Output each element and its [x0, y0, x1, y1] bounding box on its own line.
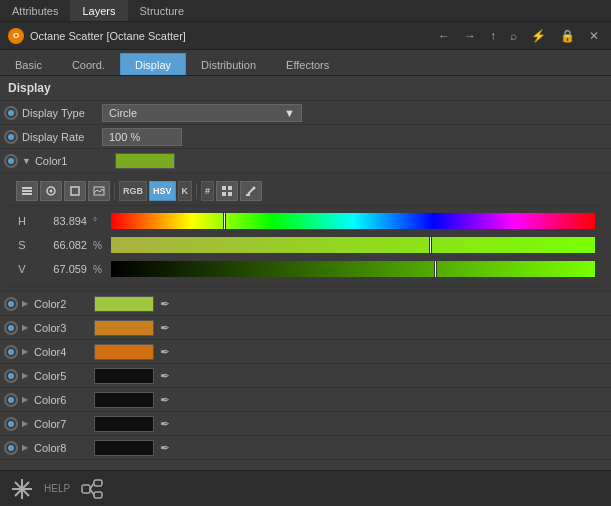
color5-arrow[interactable]: ▶ — [22, 371, 28, 380]
color5-swatch[interactable] — [94, 368, 154, 384]
nav-up-button[interactable]: ↑ — [486, 27, 500, 45]
header-left: O Octane Scatter [Octane Scatter] — [8, 28, 186, 44]
tab-layers[interactable]: Layers — [70, 0, 127, 21]
color1-radio[interactable] — [4, 154, 18, 168]
help-snowflake-icon[interactable] — [8, 475, 36, 503]
color7-eyedropper-icon[interactable]: ✒ — [160, 417, 170, 431]
header-title: Octane Scatter [Octane Scatter] — [30, 30, 186, 42]
color2-swatch[interactable] — [94, 296, 154, 312]
s-value: 66.082 — [28, 239, 93, 251]
color2-eyedropper-icon[interactable]: ✒ — [160, 297, 170, 311]
color6-arrow[interactable]: ▶ — [22, 395, 28, 404]
grid-icon-btn[interactable] — [216, 181, 238, 201]
s-row: S 66.082 % — [16, 234, 595, 256]
top-nav: Attributes Layers Structure — [0, 0, 611, 22]
color7-arrow[interactable]: ▶ — [22, 419, 28, 428]
radial-icon — [45, 185, 57, 197]
hsv-btn[interactable]: HSV — [149, 181, 176, 201]
color7-swatch[interactable] — [94, 416, 154, 432]
snowflake-svg — [10, 477, 34, 501]
color5-eyedropper-icon[interactable]: ✒ — [160, 369, 170, 383]
s-thumb[interactable] — [429, 236, 432, 254]
tab-distribution[interactable]: Distribution — [186, 53, 271, 75]
image-icon — [93, 185, 105, 197]
h-row: H 83.894 ° — [16, 210, 595, 232]
display-type-radio[interactable] — [4, 106, 18, 120]
display-type-label: Display Type — [22, 107, 102, 119]
color4-radio[interactable] — [4, 345, 18, 359]
color1-swatch[interactable] — [115, 153, 175, 169]
tab-structure[interactable]: Structure — [128, 0, 197, 21]
color2-radio[interactable] — [4, 297, 18, 311]
h-thumb[interactable] — [223, 212, 226, 230]
color6-eyedropper-icon[interactable]: ✒ — [160, 393, 170, 407]
tab-coord[interactable]: Coord. — [57, 53, 120, 75]
svg-point-12 — [253, 187, 256, 190]
color8-radio[interactable] — [4, 441, 18, 455]
svg-rect-5 — [71, 187, 79, 195]
display-rate-value: 100 % — [102, 128, 607, 146]
image-icon-btn[interactable] — [88, 181, 110, 201]
color7-row: ▶ Color7 ✒ — [0, 412, 611, 436]
header-bar: O Octane Scatter [Octane Scatter] ← → ↑ … — [0, 22, 611, 50]
octane-icon: O — [8, 28, 24, 44]
hsv-container: H 83.894 ° S 66.082 % V — [8, 206, 603, 287]
color4-row: ▶ Color4 ✒ — [0, 340, 611, 364]
v-thumb[interactable] — [434, 260, 437, 278]
s-label: S — [16, 239, 28, 251]
color8-label: Color8 — [34, 442, 94, 454]
svg-rect-8 — [228, 186, 232, 190]
v-slider[interactable] — [111, 261, 595, 277]
color6-swatch[interactable] — [94, 392, 154, 408]
color8-eyedropper-icon[interactable]: ✒ — [160, 441, 170, 455]
tab-effectors[interactable]: Effectors — [271, 53, 344, 75]
toolbar-separator-2 — [196, 183, 197, 199]
color4-eyedropper-icon[interactable]: ✒ — [160, 345, 170, 359]
rgb-btn[interactable]: RGB — [119, 181, 147, 201]
nav-forward-button[interactable]: → — [460, 27, 480, 45]
color8-arrow[interactable]: ▶ — [22, 443, 28, 452]
color4-swatch[interactable] — [94, 344, 154, 360]
color6-row: ▶ Color6 ✒ — [0, 388, 611, 412]
h-slider[interactable] — [111, 213, 595, 229]
close-button[interactable]: ✕ — [585, 27, 603, 45]
color6-radio[interactable] — [4, 393, 18, 407]
square-icon — [69, 185, 81, 197]
display-section-header: Display — [0, 76, 611, 101]
eyedropper-toolbar-btn[interactable] — [240, 181, 262, 201]
tab-basic[interactable]: Basic — [0, 53, 57, 75]
k-btn[interactable]: K — [178, 181, 193, 201]
sub-tabs: Basic Coord. Display Distribution Effect… — [0, 50, 611, 76]
help-node-icon[interactable] — [78, 475, 106, 503]
hex-btn[interactable]: # — [201, 181, 214, 201]
svg-rect-2 — [22, 193, 32, 195]
s-slider[interactable] — [111, 237, 595, 253]
filter-button[interactable]: ⚡ — [527, 27, 550, 45]
display-rate-field[interactable]: 100 % — [102, 128, 182, 146]
color4-arrow[interactable]: ▶ — [22, 347, 28, 356]
display-rate-radio[interactable] — [4, 130, 18, 144]
color5-radio[interactable] — [4, 369, 18, 383]
icon-toolbar: RGB HSV K # — [8, 177, 603, 206]
flatten-icon-btn[interactable] — [16, 181, 38, 201]
color3-swatch[interactable] — [94, 320, 154, 336]
search-button[interactable]: ⌕ — [506, 27, 521, 45]
color2-arrow[interactable]: ▶ — [22, 299, 28, 308]
color1-expand-arrow[interactable]: ▼ — [22, 156, 31, 166]
color4-label: Color4 — [34, 346, 94, 358]
color-picker-panel: RGB HSV K # — [0, 173, 611, 292]
svg-rect-1 — [22, 190, 32, 192]
color3-eyedropper-icon[interactable]: ✒ — [160, 321, 170, 335]
display-type-value: Circle ▼ — [102, 104, 607, 122]
display-type-dropdown[interactable]: Circle ▼ — [102, 104, 302, 122]
lock-button[interactable]: 🔒 — [556, 27, 579, 45]
tab-display[interactable]: Display — [120, 53, 186, 75]
color7-radio[interactable] — [4, 417, 18, 431]
square-icon-btn[interactable] — [64, 181, 86, 201]
nav-back-button[interactable]: ← — [434, 27, 454, 45]
tab-attributes[interactable]: Attributes — [0, 0, 70, 21]
color8-swatch[interactable] — [94, 440, 154, 456]
color3-radio[interactable] — [4, 321, 18, 335]
color3-arrow[interactable]: ▶ — [22, 323, 28, 332]
radial-icon-btn[interactable] — [40, 181, 62, 201]
